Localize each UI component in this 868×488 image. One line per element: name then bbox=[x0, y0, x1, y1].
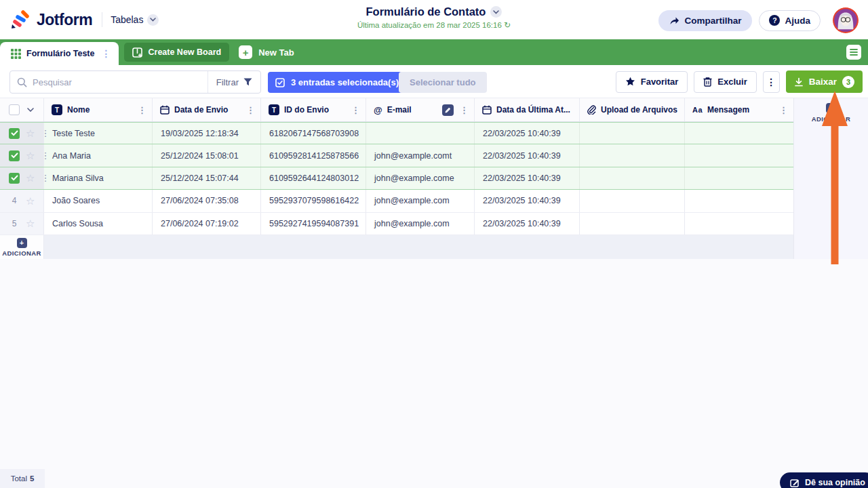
select-all-button[interactable]: Selecionar tudo bbox=[399, 72, 487, 93]
help-button[interactable]: ? Ajuda bbox=[759, 10, 821, 31]
tab-list-button[interactable] bbox=[846, 45, 861, 60]
download-button[interactable]: Baixar 3 bbox=[786, 70, 863, 93]
chevron-down-icon[interactable] bbox=[27, 108, 34, 112]
cell-nome[interactable]: Carlos Sousa bbox=[44, 213, 153, 235]
row-gutter: 4 ☆ bbox=[0, 190, 44, 211]
cell-email[interactable]: john@example.comt bbox=[366, 144, 475, 166]
search-box[interactable]: Filtrar bbox=[9, 70, 261, 94]
cell-upload[interactable] bbox=[580, 123, 685, 144]
cell-data-ultima[interactable]: 22/03/2025 10:40:39 bbox=[475, 190, 580, 211]
cell-email[interactable]: john@example.come bbox=[366, 167, 475, 189]
column-header-data-envio[interactable]: Data de Envio ⋮ bbox=[153, 98, 261, 121]
cell-mensagem[interactable] bbox=[685, 144, 793, 166]
brand[interactable]: Jotform bbox=[0, 9, 92, 30]
checkbox-checked-icon bbox=[275, 78, 285, 87]
add-column-button[interactable]: + ADICIONAR bbox=[794, 98, 868, 123]
add-row-button[interactable]: + ADICIONAR bbox=[0, 235, 44, 259]
cell-email[interactable] bbox=[366, 123, 475, 144]
cell-upload[interactable] bbox=[580, 213, 685, 235]
cell-id-envio[interactable]: 6109592814125878566 bbox=[261, 144, 366, 166]
new-tab-button[interactable]: + New Tab bbox=[239, 43, 294, 62]
column-menu-icon[interactable]: ⋮ bbox=[458, 105, 470, 115]
star-icon[interactable]: ☆ bbox=[26, 173, 35, 183]
cell-data-envio[interactable]: 27/06/2024 07:35:08 bbox=[153, 190, 261, 211]
table-row[interactable]: ☆ ⋮ Teste Teste 19/03/2025 12:18:34 6182… bbox=[0, 122, 793, 144]
filter-button[interactable]: Filtrar bbox=[208, 71, 260, 93]
cell-id-envio[interactable]: 6182067147568703908 bbox=[261, 123, 366, 144]
star-icon[interactable]: ☆ bbox=[26, 196, 35, 206]
cell-id-envio[interactable]: 5952937079598616422 bbox=[261, 190, 366, 211]
avatar[interactable] bbox=[833, 7, 859, 33]
cell-nome[interactable]: Teste Teste bbox=[44, 123, 153, 144]
column-header-id-envio[interactable]: T ID do Envio ⋮ bbox=[261, 98, 366, 121]
create-board-label: Create New Board bbox=[148, 47, 221, 57]
cell-id-envio[interactable]: 5952927419594087391 bbox=[261, 213, 366, 235]
favorite-button[interactable]: Favoritar bbox=[616, 71, 688, 93]
divider bbox=[102, 12, 102, 27]
table-row[interactable]: 5 ☆ Carlos Sousa 27/06/2024 07:19:02 595… bbox=[0, 213, 793, 235]
column-header-mensagem[interactable]: Aa Mensagem ⋮ bbox=[685, 98, 793, 121]
more-actions-button[interactable]: ⋮ bbox=[763, 71, 780, 93]
column-header-email[interactable]: @ E-mail ⋮ bbox=[366, 98, 475, 121]
table-row[interactable]: ☆ ⋮ Mariana Silva 25/12/2024 15:07:44 61… bbox=[0, 167, 793, 190]
text-style-icon: Aa bbox=[692, 106, 703, 114]
cell-mensagem[interactable] bbox=[685, 123, 793, 144]
search-input[interactable] bbox=[27, 77, 208, 87]
column-menu-icon[interactable]: ⋮ bbox=[350, 105, 361, 115]
cell-data-envio[interactable]: 25/12/2024 15:07:44 bbox=[153, 167, 261, 189]
row-checkbox-checked[interactable] bbox=[9, 128, 20, 139]
cell-data-ultima[interactable]: 22/03/2025 10:40:39 bbox=[475, 144, 580, 166]
column-menu-icon[interactable]: ⋮ bbox=[245, 105, 256, 115]
cell-email[interactable]: john@example.com bbox=[366, 190, 475, 211]
cell-id-envio[interactable]: 6109592644124803012 bbox=[261, 167, 366, 189]
cell-upload[interactable] bbox=[580, 167, 685, 189]
paperclip-icon bbox=[587, 105, 596, 115]
column-menu-icon[interactable]: ⋮ bbox=[778, 105, 789, 115]
title-chevron-icon[interactable] bbox=[490, 6, 502, 18]
share-button[interactable]: Compartilhar bbox=[658, 10, 752, 31]
column-header-nome[interactable]: T Nome ⋮ bbox=[44, 98, 153, 121]
toolbar: Filtrar 3 entradas selecionada(s) ✕ Sele… bbox=[0, 65, 868, 98]
cell-data-envio[interactable]: 25/12/2024 15:08:01 bbox=[153, 144, 261, 166]
tab-menu-icon[interactable]: ⋮ bbox=[100, 48, 112, 59]
cell-upload[interactable] bbox=[580, 190, 685, 211]
cell-nome[interactable]: João Soares bbox=[44, 190, 153, 211]
row-number: 4 bbox=[9, 196, 20, 205]
product-switcher[interactable]: Tabelas bbox=[111, 14, 159, 26]
feedback-button[interactable]: Dê sua opinião bbox=[780, 472, 868, 488]
column-header-upload[interactable]: Upload de Arquivos ⋮ bbox=[580, 98, 685, 121]
cell-nome[interactable]: Mariana Silva bbox=[44, 167, 153, 189]
cell-data-ultima[interactable]: 22/03/2025 10:40:39 bbox=[475, 213, 580, 235]
cell-data-ultima[interactable]: 22/03/2025 10:40:39 bbox=[475, 123, 580, 144]
row-checkbox-checked[interactable] bbox=[9, 150, 20, 161]
column-menu-icon[interactable]: ⋮ bbox=[136, 105, 148, 115]
star-icon[interactable]: ☆ bbox=[26, 218, 35, 228]
product-label: Tabelas bbox=[111, 14, 143, 25]
cell-data-envio[interactable]: 27/06/2024 07:19:02 bbox=[153, 213, 261, 235]
star-icon[interactable]: ☆ bbox=[26, 150, 35, 161]
cell-email[interactable]: john@example.com bbox=[366, 213, 475, 235]
table-row[interactable]: 4 ☆ João Soares 27/06/2024 07:35:08 5952… bbox=[0, 190, 793, 212]
table-row[interactable]: ☆ ⋮ Ana Maria 25/12/2024 15:08:01 610959… bbox=[0, 144, 793, 167]
tab-formulario-teste[interactable]: Formulário Teste ⋮ bbox=[0, 42, 119, 65]
cell-mensagem[interactable] bbox=[685, 190, 793, 211]
create-new-board-button[interactable]: Create New Board bbox=[124, 43, 229, 62]
refresh-icon[interactable]: ↻ bbox=[504, 20, 511, 30]
cell-mensagem[interactable] bbox=[685, 213, 793, 235]
cell-data-ultima[interactable]: 22/03/2025 10:40:39 bbox=[475, 167, 580, 189]
search-icon bbox=[17, 77, 27, 87]
new-tab-label: New Tab bbox=[258, 47, 294, 58]
star-icon[interactable]: ☆ bbox=[26, 128, 35, 138]
cell-nome[interactable]: Ana Maria bbox=[44, 144, 153, 166]
cell-data-envio[interactable]: 19/03/2025 12:18:34 bbox=[153, 123, 261, 144]
row-gutter: 5 ☆ bbox=[0, 213, 44, 235]
selection-count-label: 3 entradas selecionada(s) bbox=[291, 77, 399, 87]
row-checkbox-checked[interactable] bbox=[9, 173, 20, 184]
delete-button[interactable]: Excluir bbox=[694, 71, 756, 93]
select-all-checkbox[interactable] bbox=[9, 104, 20, 115]
chevron-down-icon[interactable] bbox=[147, 14, 159, 26]
edit-badge-icon[interactable] bbox=[442, 104, 454, 116]
column-header-data-ultima[interactable]: Data da Última At... ⋮ bbox=[475, 98, 580, 121]
cell-mensagem[interactable] bbox=[685, 167, 793, 189]
cell-upload[interactable] bbox=[580, 144, 685, 166]
